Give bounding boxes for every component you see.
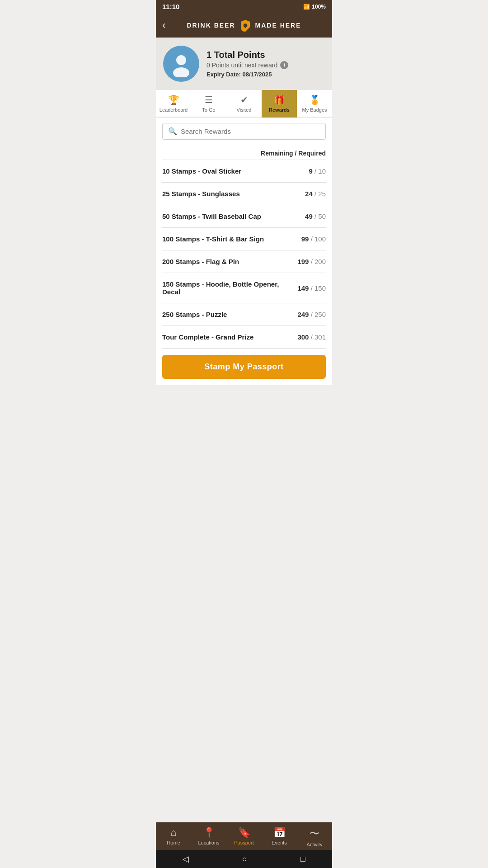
svg-point-1 xyxy=(173,67,189,77)
tab-rewards-label: Rewards xyxy=(269,107,290,113)
app-header: ‹ DRINK BEER MADE HERE xyxy=(156,13,332,38)
nav-locations-label: Locations xyxy=(198,840,219,845)
expiry-date: Expiry Date: 08/17/2025 xyxy=(206,71,325,78)
search-container: 🔍 xyxy=(156,118,332,145)
svg-point-0 xyxy=(176,55,186,65)
reward-row-1: 10 Stamps - Oval Sticker 9 / 10 xyxy=(162,160,326,183)
reward-row-5: 200 Stamps - Flag & Pin 199 / 200 xyxy=(162,250,326,273)
tab-my-badges-label: My Badges xyxy=(302,107,327,113)
reward-progress-6: 149 / 150 xyxy=(297,284,326,292)
reward-name-3: 50 Stamps - Twill Baseball Cap xyxy=(162,212,305,220)
reward-progress-2: 24 / 25 xyxy=(305,190,326,198)
leaderboard-icon: 🏆 xyxy=(168,94,179,105)
search-icon: 🔍 xyxy=(168,127,177,136)
reward-name-2: 25 Stamps - Sunglasses xyxy=(162,190,305,198)
reward-name-7: 250 Stamps - Puzzle xyxy=(162,311,297,318)
reward-name-4: 100 Stamps - T-Shirt & Bar Sign xyxy=(162,235,301,243)
stamp-button-container: Stamp My Passport xyxy=(156,349,332,385)
stamp-my-passport-button[interactable]: Stamp My Passport xyxy=(162,355,326,379)
to-go-icon: ☰ xyxy=(205,94,213,105)
column-header: Remaining / Required xyxy=(162,145,326,160)
reward-row-2: 25 Stamps - Sunglasses 24 / 25 xyxy=(162,183,326,205)
tab-to-go[interactable]: ☰ To Go xyxy=(191,90,226,118)
nav-passport[interactable]: 🔖 Passport xyxy=(226,822,262,850)
reward-progress-3: 49 / 50 xyxy=(305,212,326,220)
passport-icon: 🔖 xyxy=(238,827,250,839)
android-navigation: ◁ ○ □ xyxy=(156,850,332,868)
ohio-shield-icon xyxy=(239,19,252,32)
search-input[interactable] xyxy=(181,127,320,135)
signal-icon: 📶 xyxy=(303,4,310,10)
nav-events[interactable]: 📅 Events xyxy=(262,822,297,850)
profile-section: 1 Total Points 0 Points until next rewar… xyxy=(156,38,332,90)
tab-bar: 🏆 Leaderboard ☰ To Go ✔ Visited 🎁 Reward… xyxy=(156,90,332,118)
reward-name-8: Tour Complete - Grand Prize xyxy=(162,333,297,341)
tab-leaderboard-label: Leaderboard xyxy=(160,107,188,113)
nav-locations[interactable]: 📍 Locations xyxy=(191,822,226,850)
info-icon[interactable]: i xyxy=(280,61,288,69)
nav-passport-label: Passport xyxy=(234,840,253,845)
reward-row-7: 250 Stamps - Puzzle 249 / 250 xyxy=(162,303,326,326)
battery-text: 100% xyxy=(312,4,326,10)
reward-row-3: 50 Stamps - Twill Baseball Cap 49 / 50 xyxy=(162,205,326,228)
reward-progress-8: 300 / 301 xyxy=(297,333,326,341)
reward-progress-4: 99 / 100 xyxy=(301,235,326,243)
reward-name-5: 200 Stamps - Flag & Pin xyxy=(162,258,297,265)
reward-row-4: 100 Stamps - T-Shirt & Bar Sign 99 / 100 xyxy=(162,228,326,250)
logo-text-right: MADE HERE xyxy=(255,22,301,29)
activity-icon: 〜 xyxy=(310,827,319,840)
profile-info: 1 Total Points 0 Points until next rewar… xyxy=(206,50,325,78)
content-area: 🔍 Remaining / Required 10 Stamps - Oval … xyxy=(156,118,332,444)
avatar-icon xyxy=(168,50,195,77)
tab-to-go-label: To Go xyxy=(202,107,215,113)
reward-progress-5: 199 / 200 xyxy=(297,258,326,265)
total-points: 1 Total Points xyxy=(206,50,325,60)
status-bar: 11:10 📶 100% xyxy=(156,0,332,13)
search-wrapper[interactable]: 🔍 xyxy=(162,123,326,140)
rewards-icon: 🎁 xyxy=(274,94,285,105)
badges-icon: 🏅 xyxy=(309,94,320,105)
home-icon: ⌂ xyxy=(170,827,176,839)
nav-events-label: Events xyxy=(272,840,287,845)
reward-row-8: Tour Complete - Grand Prize 300 / 301 xyxy=(162,326,326,349)
android-back-button[interactable]: ◁ xyxy=(183,854,189,864)
events-icon: 📅 xyxy=(273,827,286,839)
locations-icon: 📍 xyxy=(203,827,215,839)
android-home-button[interactable]: ○ xyxy=(242,854,247,864)
visited-icon: ✔ xyxy=(240,94,248,105)
status-time: 11:10 xyxy=(162,3,179,10)
tab-visited[interactable]: ✔ Visited xyxy=(226,90,262,118)
avatar xyxy=(163,46,199,82)
tab-visited-label: Visited xyxy=(237,107,252,113)
status-icons: 📶 100% xyxy=(303,4,326,10)
nav-activity-label: Activity xyxy=(307,842,323,847)
header-logo: DRINK BEER MADE HERE xyxy=(187,19,301,32)
tab-rewards[interactable]: 🎁 Rewards xyxy=(262,90,297,118)
points-until-next: 0 Points until next reward i xyxy=(206,61,325,69)
reward-progress-7: 249 / 250 xyxy=(297,311,326,318)
reward-row-6: 150 Stamps - Hoodie, Bottle Opener, Deca… xyxy=(162,273,326,303)
back-button[interactable]: ‹ xyxy=(162,19,165,31)
reward-name-6: 150 Stamps - Hoodie, Bottle Opener, Deca… xyxy=(162,280,297,296)
reward-progress-1: 9 / 10 xyxy=(309,167,326,175)
reward-name-1: 10 Stamps - Oval Sticker xyxy=(162,167,309,175)
nav-home[interactable]: ⌂ Home xyxy=(156,822,191,850)
bottom-navigation: ⌂ Home 📍 Locations 🔖 Passport 📅 Events 〜… xyxy=(156,822,332,850)
logo-text-left: DRINK BEER xyxy=(187,22,235,29)
tab-my-badges[interactable]: 🏅 My Badges xyxy=(297,90,332,118)
android-recents-button[interactable]: □ xyxy=(300,854,305,864)
nav-home-label: Home xyxy=(167,840,180,845)
nav-activity[interactable]: 〜 Activity xyxy=(297,822,332,850)
rewards-list: Remaining / Required 10 Stamps - Oval St… xyxy=(156,145,332,349)
tab-leaderboard[interactable]: 🏆 Leaderboard xyxy=(156,90,191,118)
